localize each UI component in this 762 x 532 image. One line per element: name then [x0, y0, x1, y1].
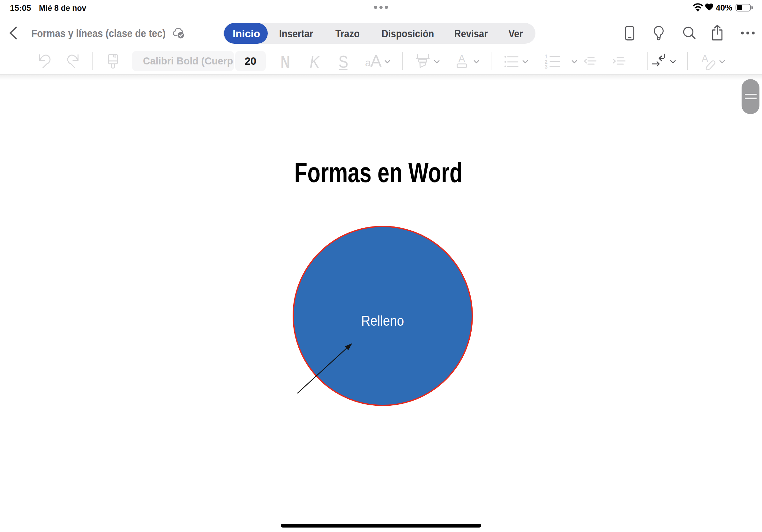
svg-text:2: 2: [545, 59, 548, 65]
svg-text:1: 1: [545, 54, 548, 59]
svg-text:3: 3: [545, 64, 548, 70]
